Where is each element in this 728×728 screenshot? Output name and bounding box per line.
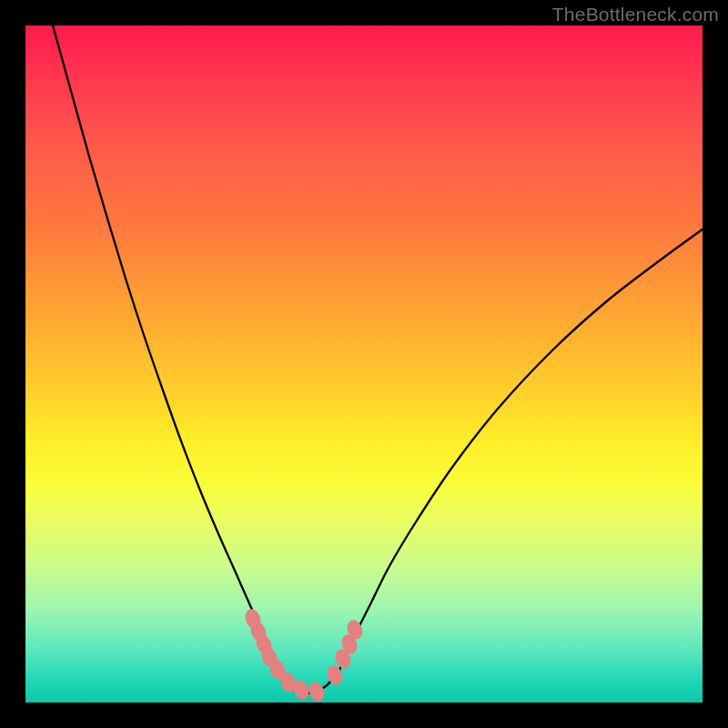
bottleneck-curve bbox=[53, 25, 703, 693]
marker-dot bbox=[307, 680, 328, 703]
chart-frame: TheBottleneck.com bbox=[0, 0, 728, 728]
plot-area bbox=[25, 25, 703, 703]
curve-layer bbox=[25, 25, 703, 703]
watermark-text: TheBottleneck.com bbox=[552, 4, 719, 25]
